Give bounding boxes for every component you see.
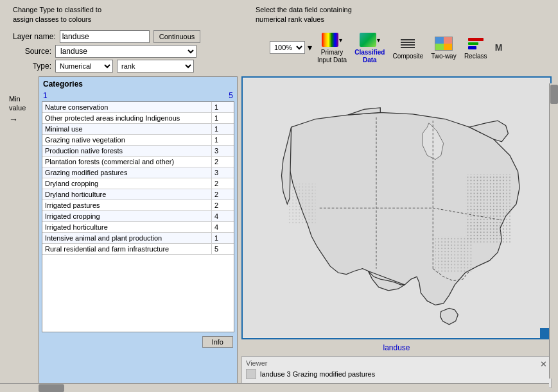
table-row[interactable]: Irrigated horticulture4 xyxy=(42,221,234,232)
map-caption: landuse xyxy=(241,342,552,354)
row-value: 4 xyxy=(212,210,234,221)
viewer-content: landuse 3 Grazing modified pastures xyxy=(246,369,547,379)
row-name: Dryland horticulture xyxy=(42,189,212,200)
table-row[interactable]: Nature conservation1 xyxy=(42,102,234,113)
row-value: 2 xyxy=(212,200,234,210)
composite-label: Composite xyxy=(392,53,423,60)
row-name: Irrigated pastures xyxy=(42,200,212,210)
row-name: Minimal use xyxy=(42,123,212,134)
row-value: 1 xyxy=(212,134,234,145)
svg-rect-9 xyxy=(287,183,315,224)
row-value: 2 xyxy=(212,189,234,200)
row-name: Grazing modified pastures xyxy=(42,167,212,178)
right-panel: landuse Viewer ✕ landuse 3 Grazing modif… xyxy=(241,76,552,388)
layer-name-label: Layer name: xyxy=(13,32,56,41)
table-row[interactable]: Other protected areas including Indigeno… xyxy=(42,112,234,123)
row-value: 2 xyxy=(212,156,234,167)
row-name: Dryland cropping xyxy=(42,178,212,189)
categories-header: Categories xyxy=(42,80,234,89)
viewer-swatch xyxy=(246,369,256,379)
reclass-label: Reclass xyxy=(464,53,487,60)
primary-dropdown-icon: ▾ xyxy=(339,37,342,44)
table-row[interactable]: Intensive animal and plant production1 xyxy=(42,232,234,243)
scroll-thumb[interactable] xyxy=(550,85,558,104)
svg-rect-8 xyxy=(435,236,472,273)
table-row[interactable]: Grazing modified pastures3 xyxy=(42,167,234,178)
type-label: Type: xyxy=(13,62,51,71)
row-name: Plantation forests (commercial and other… xyxy=(42,156,212,167)
row-value: 1 xyxy=(212,123,234,134)
table-row[interactable]: Rural residential and farm infrastructur… xyxy=(42,243,234,254)
row-name: Other protected areas including Indigeno… xyxy=(42,112,212,123)
map-container xyxy=(241,76,552,339)
primary-input-label: PrimaryInput Data xyxy=(317,49,347,64)
row-name: Rural residential and farm infrastructur… xyxy=(42,243,212,254)
classified-data-label: ClassifiedData xyxy=(354,49,385,64)
table-row[interactable]: Grazing native vegetation1 xyxy=(42,134,234,145)
classified-dropdown-icon: ▾ xyxy=(377,37,380,44)
categories-minmax-row: 1 5 xyxy=(42,91,234,101)
type-select[interactable]: Numerical xyxy=(55,60,113,72)
zoom-select[interactable]: 100% xyxy=(270,41,305,54)
composite-icon xyxy=(397,35,418,53)
svg-rect-7 xyxy=(467,174,512,243)
more-button[interactable]: M xyxy=(493,41,505,54)
row-value: 5 xyxy=(212,243,234,254)
australia-map-svg xyxy=(243,78,550,338)
bottom-scrollbar[interactable] xyxy=(0,383,549,392)
row-value: 1 xyxy=(212,112,234,123)
continuous-button[interactable]: Continuous xyxy=(153,30,201,43)
content-area: Min value → Categories 1 5 Nature conser… xyxy=(0,76,558,388)
min-link[interactable]: 1 xyxy=(43,91,48,100)
left-panel: Categories 1 5 Nature conservation1Other… xyxy=(39,76,238,388)
h-scroll-thumb[interactable] xyxy=(39,384,64,392)
table-row[interactable]: Irrigated pastures2 xyxy=(42,200,234,210)
annotations-area: Change Type to classified to assign clas… xyxy=(0,0,558,25)
row-name: Production native forests xyxy=(42,145,212,156)
reclass-btn[interactable]: Reclass xyxy=(462,33,490,62)
row-value: 3 xyxy=(212,167,234,178)
table-row[interactable]: Irrigated cropping4 xyxy=(42,210,234,221)
info-button[interactable]: Info xyxy=(202,336,233,348)
row-name: Irrigated cropping xyxy=(42,210,212,221)
source-label: Source: xyxy=(13,47,51,56)
zoom-dropdown-icon[interactable]: ▾ xyxy=(308,42,312,53)
toolbar: 100% ▾ ▾ PrimaryInput Data ▾ ClassifiedD… xyxy=(270,30,505,65)
table-row[interactable]: Dryland horticulture2 xyxy=(42,189,234,200)
composite-btn[interactable]: Composite xyxy=(390,33,426,62)
viewer-close-btn[interactable]: ✕ xyxy=(540,359,547,369)
min-annotation: Min value → xyxy=(9,94,26,126)
row-value: 2 xyxy=(212,178,234,189)
categories-table-container[interactable]: Nature conservation1Other protected area… xyxy=(42,101,234,332)
reclass-icon xyxy=(466,35,486,53)
row-name: Grazing native vegetation xyxy=(42,134,212,145)
max-link[interactable]: 5 xyxy=(229,91,233,100)
viewer-text: landuse 3 Grazing modified pastures xyxy=(260,370,375,378)
row-value: 4 xyxy=(212,221,234,232)
right-scrollbar[interactable] xyxy=(549,83,558,379)
viewer-label: Viewer xyxy=(246,359,267,367)
categories-label: Categories xyxy=(43,80,83,89)
table-row[interactable]: Minimal use1 xyxy=(42,123,234,134)
row-value: 1 xyxy=(212,102,234,113)
twoway-icon xyxy=(433,35,454,53)
row-value: 3 xyxy=(212,145,234,156)
table-row[interactable]: Plantation forests (commercial and other… xyxy=(42,156,234,167)
table-row[interactable]: Dryland cropping2 xyxy=(42,178,234,189)
left-annotation: Change Type to classified to assign clas… xyxy=(13,5,101,25)
rank-select[interactable]: rank xyxy=(117,60,194,72)
viewer-header: Viewer ✕ xyxy=(246,359,547,369)
row-name: Nature conservation xyxy=(42,102,212,113)
primary-input-icon: ▾ xyxy=(322,31,342,49)
layer-name-input[interactable] xyxy=(60,30,150,43)
twoway-btn[interactable]: Two-way xyxy=(428,33,458,62)
table-row[interactable]: Production native forests3 xyxy=(42,145,234,156)
classified-data-btn[interactable]: ▾ ClassifiedData xyxy=(352,30,387,65)
primary-input-btn[interactable]: ▾ PrimaryInput Data xyxy=(315,30,349,65)
source-select[interactable]: landuse xyxy=(55,45,196,58)
categories-table: Nature conservation1Other protected area… xyxy=(42,102,234,255)
row-name: Intensive animal and plant production xyxy=(42,232,212,243)
row-value: 1 xyxy=(212,232,234,243)
twoway-label: Two-way xyxy=(431,53,456,60)
row-name: Irrigated horticulture xyxy=(42,221,212,232)
